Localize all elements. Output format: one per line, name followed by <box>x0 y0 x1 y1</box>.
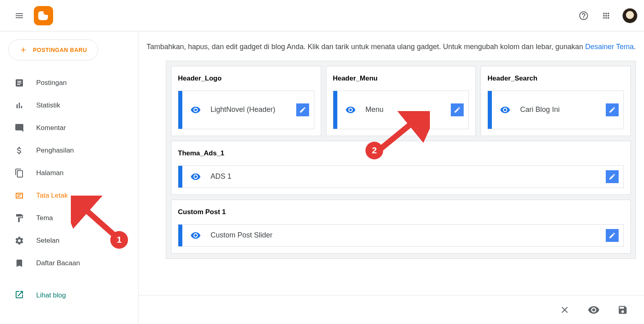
pencil-icon <box>454 106 461 114</box>
section-header-logo[interactable]: Header_Logo LightNovel (Header) <box>171 66 321 136</box>
gadget-label: LightNovel (Header) <box>211 105 296 115</box>
description-text: Tambahkan, hapus, dan edit gadget di blo… <box>147 43 585 51</box>
open-in-new-icon <box>14 290 24 301</box>
gadget-custom-post-slider[interactable]: Custom Post Slider <box>178 224 624 247</box>
apps-icon <box>602 11 611 20</box>
sidebar-item-stats[interactable]: Statistik <box>0 94 138 117</box>
gadget-drag-bar[interactable] <box>333 91 337 129</box>
visibility-icon[interactable] <box>345 105 356 115</box>
close-button[interactable] <box>559 305 570 315</box>
sidebar-item-settings[interactable]: Setelan <box>0 229 138 252</box>
gadget-drag-bar[interactable] <box>178 166 182 188</box>
gadget-label: ADS 1 <box>211 171 606 182</box>
layout-canvas: Header_Logo LightNovel (Header) Header_M… <box>166 61 636 259</box>
sidebar-item-comments[interactable]: Komentar <box>0 117 138 139</box>
help-icon <box>578 10 589 21</box>
layout-header-row: Header_Logo LightNovel (Header) Header_M… <box>171 66 631 136</box>
gadget-header-menu[interactable]: Menu <box>333 91 469 129</box>
layout-description: Tambahkan, hapus, dan edit gadget di blo… <box>138 31 644 61</box>
bookmark-icon <box>14 258 24 268</box>
sidebar-item-label: Halaman <box>36 169 64 177</box>
help-button[interactable] <box>574 6 593 25</box>
section-custom-post-1[interactable]: Custom Post 1 Custom Post Slider <box>171 200 631 254</box>
top-bar <box>0 0 644 31</box>
section-title: Header_Menu <box>333 74 469 83</box>
pencil-icon <box>609 173 616 180</box>
edit-gadget-button[interactable] <box>606 229 619 242</box>
gadget-drag-bar[interactable] <box>488 91 492 129</box>
gadget-ads-1[interactable]: ADS 1 <box>178 165 624 188</box>
edit-gadget-button[interactable] <box>606 103 619 116</box>
sidebar-item-earnings[interactable]: Penghasilan <box>0 139 138 162</box>
visibility-icon[interactable] <box>190 171 201 182</box>
dollar-icon <box>14 146 24 155</box>
gadget-header-logo[interactable]: LightNovel (Header) <box>178 91 314 129</box>
section-header-menu[interactable]: Header_Menu Menu <box>326 66 476 136</box>
sidebar-item-label: Penghasilan <box>36 147 74 155</box>
save-icon <box>617 305 628 315</box>
new-post-button[interactable]: POSTINGAN BARU <box>8 39 98 60</box>
sidebar-item-layout[interactable]: Tata Letak <box>0 184 138 207</box>
pages-icon <box>14 168 24 178</box>
sidebar-item-label: Statistik <box>36 101 60 109</box>
gadget-header-search[interactable]: Cari Blog Ini <box>487 91 624 129</box>
close-icon <box>559 305 570 315</box>
sidebar-item-label: Daftar Bacaan <box>36 259 80 267</box>
gadget-drag-bar[interactable] <box>178 91 182 129</box>
sidebar-item-reading-list[interactable]: Daftar Bacaan <box>0 252 138 274</box>
section-title: Custom Post 1 <box>178 208 624 216</box>
main-content: Tambahkan, hapus, dan edit gadget di blo… <box>138 31 644 324</box>
sidebar-item-theme[interactable]: Tema <box>0 207 138 229</box>
new-post-label: POSTINGAN BARU <box>33 47 87 53</box>
view-blog-label: Lihat blog <box>36 291 66 299</box>
blogger-logo[interactable] <box>34 6 53 25</box>
visibility-icon[interactable] <box>190 230 201 241</box>
sidebar-item-label: Tema <box>36 214 53 222</box>
edit-gadget-button[interactable] <box>296 103 309 116</box>
account-avatar[interactable] <box>622 8 638 23</box>
sidebar-item-pages[interactable]: Halaman <box>0 162 138 184</box>
view-blog-link[interactable]: Lihat blog <box>0 284 138 307</box>
pencil-icon <box>609 106 616 114</box>
pencil-icon <box>609 232 616 239</box>
sidebar-item-label: Postingan <box>36 79 67 87</box>
visibility-icon[interactable] <box>190 105 201 115</box>
sidebar-item-label: Tata Letak <box>36 192 68 200</box>
edit-gadget-button[interactable] <box>451 103 464 116</box>
sidebar: POSTINGAN BARU Postingan Statistik Komen… <box>0 31 138 324</box>
comment-icon <box>14 123 24 133</box>
hamburger-icon <box>14 11 24 21</box>
post-icon <box>14 78 24 88</box>
apps-button[interactable] <box>597 6 616 25</box>
visibility-icon[interactable] <box>500 105 510 115</box>
gadget-label: Menu <box>365 105 451 115</box>
theme-icon <box>14 213 24 223</box>
section-title: Header_Search <box>487 74 624 83</box>
plus-icon <box>19 46 27 54</box>
eye-icon <box>588 304 600 316</box>
sidebar-item-label: Komentar <box>36 124 66 132</box>
gadget-drag-bar[interactable] <box>178 225 182 246</box>
save-button[interactable] <box>617 305 628 315</box>
sidebar-item-posts[interactable]: Postingan <box>0 72 138 94</box>
hamburger-menu-button[interactable] <box>10 6 29 25</box>
sidebar-item-label: Setelan <box>36 237 60 245</box>
section-thema-ads-1[interactable]: Thema_Ads_1 ADS 1 <box>171 141 631 195</box>
section-title: Thema_Ads_1 <box>178 149 624 157</box>
theme-designer-link[interactable]: Desainer Tema <box>585 43 634 51</box>
bottom-action-bar <box>138 295 644 324</box>
preview-button[interactable] <box>588 304 600 316</box>
section-title: Header_Logo <box>178 74 314 83</box>
edit-gadget-button[interactable] <box>606 170 619 183</box>
stats-icon <box>14 101 24 110</box>
section-header-search[interactable]: Header_Search Cari Blog Ini <box>481 66 631 136</box>
gear-icon <box>14 236 24 246</box>
layout-icon <box>14 191 24 200</box>
gadget-label: Custom Post Slider <box>211 230 606 240</box>
pencil-icon <box>299 106 306 114</box>
gadget-label: Cari Blog Ini <box>520 105 606 115</box>
